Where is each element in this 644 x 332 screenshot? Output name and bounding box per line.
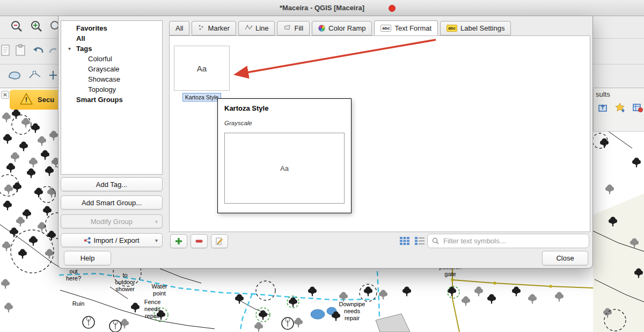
style-item-kartoza[interactable]: Aa Kartoza Style — [174, 46, 230, 102]
group-item-colorful[interactable]: Colorful — [61, 54, 162, 64]
label-settings-icon: abc — [447, 25, 457, 32]
tab-label: Fill — [294, 24, 303, 32]
digitize-polygon-icon[interactable] — [8, 70, 21, 83]
chevron-down-icon: ▾ — [155, 237, 158, 243]
add-smart-group-button[interactable]: Add Smart Group... — [61, 196, 163, 210]
move-feature-icon[interactable] — [48, 70, 58, 83]
tab-label: Label Settings — [460, 24, 504, 32]
warning-icon: ! — [19, 92, 33, 107]
close-message-icon[interactable]: ✕ — [1, 91, 9, 99]
map-field-polygon — [593, 193, 644, 332]
group-item-tags[interactable]: ▾ Tags — [61, 44, 162, 54]
vertex-tool-icon[interactable] — [28, 70, 42, 83]
group-item-tags-label: Tags — [76, 45, 92, 53]
group-item-topology[interactable]: Topology — [61, 84, 162, 95]
style-item-label[interactable]: Kartoza Style — [182, 93, 221, 102]
record-indicator-dot — [389, 5, 396, 12]
fill-icon — [283, 24, 291, 32]
tab-fill[interactable]: Fill — [277, 21, 310, 35]
zoom-out-icon[interactable] — [10, 19, 24, 35]
import-export-label: Import / Export — [93, 236, 139, 244]
results-panel-title: sults — [594, 89, 644, 98]
save-result-icon[interactable] — [615, 103, 626, 114]
results-panel: sults — [593, 89, 644, 132]
color-ramp-icon — [318, 25, 325, 32]
text-format-icon: abc — [380, 25, 391, 32]
title-bar: *Maceira - QGIS [Maceira] — [0, 0, 644, 16]
close-button[interactable]: Close — [542, 251, 588, 265]
tab-marker[interactable]: Marker — [192, 21, 236, 35]
message-bar: ! Secu — [10, 90, 58, 110]
plus-icon — [174, 237, 183, 246]
undo-icon[interactable] — [31, 45, 45, 59]
tab-label: All — [175, 24, 183, 32]
minus-icon — [195, 237, 203, 246]
tab-label: Marker — [208, 24, 229, 32]
group-item-favorites[interactable]: Favorites — [61, 23, 162, 33]
tab-label-settings[interactable]: abc Label Settings — [440, 21, 511, 35]
group-item-grayscale[interactable]: Grayscale — [61, 64, 162, 74]
tab-color-ramp[interactable]: Color Ramp — [312, 21, 372, 35]
help-button[interactable]: Help — [64, 251, 111, 265]
edit-item-button[interactable] — [211, 234, 228, 248]
clear-results-icon[interactable] — [632, 103, 643, 114]
pencil-icon — [215, 237, 224, 246]
search-input[interactable] — [442, 236, 584, 246]
message-bar-text: Secu — [38, 96, 54, 104]
line-icon — [245, 24, 252, 32]
icon-view-toggle[interactable] — [396, 236, 408, 247]
open-result-icon[interactable] — [598, 103, 609, 114]
redo-icon[interactable] — [48, 45, 58, 59]
document-icon[interactable] — [1, 45, 11, 59]
search-icon — [432, 237, 439, 244]
chevron-down-icon: ▾ — [155, 219, 158, 225]
tab-text-format[interactable]: abc Text Format — [374, 20, 438, 35]
group-item-all[interactable]: All — [61, 33, 162, 44]
marker-icon — [198, 24, 204, 32]
svg-text:!: ! — [25, 96, 27, 104]
list-view-icon — [414, 236, 425, 246]
tooltip-preview: Aa — [224, 133, 345, 204]
tab-label: Text Format — [394, 24, 431, 32]
group-item-showcase[interactable]: Showcase — [61, 74, 162, 84]
tab-label: Line — [255, 24, 269, 32]
zoom-full-icon[interactable] — [30, 19, 43, 35]
list-view-toggle[interactable] — [411, 236, 423, 247]
tooltip-tag: Grayscale — [224, 120, 345, 126]
map-building — [376, 314, 410, 332]
tab-line[interactable]: Line — [238, 21, 275, 35]
map-poi-symbols — [83, 316, 294, 332]
chevron-down-icon[interactable]: ▾ — [68, 44, 71, 54]
modify-group-label: Modify Group — [91, 218, 133, 226]
map-lines-cyan — [59, 271, 380, 332]
grid-view-icon — [399, 236, 410, 246]
add-tag-button[interactable]: Add Tag... — [61, 177, 163, 191]
tab-all[interactable]: All — [169, 21, 189, 35]
tooltip-title: Kartoza Style — [224, 104, 345, 112]
style-groups-panel: Favorites All ▾ Tags Colorful Grayscale … — [61, 20, 163, 175]
remove-item-button[interactable] — [191, 234, 208, 248]
style-tooltip: Kartoza Style Grayscale Aa — [217, 98, 352, 213]
import-export-button[interactable]: Import / Export ▾ — [61, 233, 163, 247]
paste-icon[interactable] — [15, 44, 27, 59]
map-lines-olive — [452, 264, 593, 332]
map-green-circles — [154, 286, 459, 322]
window-title: *Maceira - QGIS [Maceira] — [280, 4, 364, 12]
filter-search-field[interactable] — [427, 234, 589, 248]
symbol-type-tabs: All Marker Line Fill Color Ramp abc Text… — [169, 20, 511, 35]
add-item-button[interactable] — [170, 234, 187, 248]
share-icon — [84, 237, 91, 244]
group-item-smart-groups[interactable]: Smart Groups — [61, 95, 162, 105]
tab-label: Color Ramp — [328, 24, 365, 32]
modify-group-button: Modify Group ▾ — [61, 214, 163, 228]
style-item-preview[interactable]: Aa — [174, 46, 230, 91]
